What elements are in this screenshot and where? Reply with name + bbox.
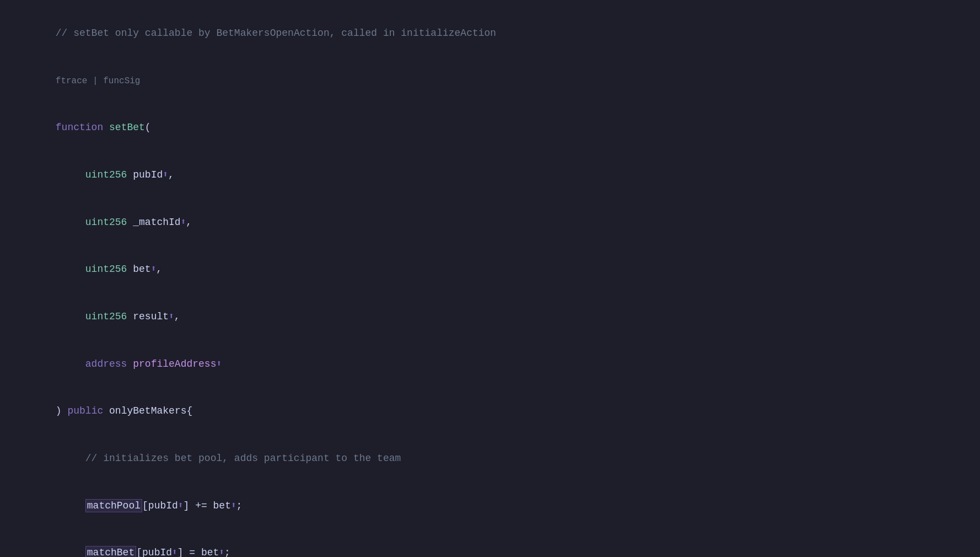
param-matchId: uint256 _matchId⬆, xyxy=(0,199,980,247)
matchBet-line: matchBet[pubId⬆] = bet⬆; xyxy=(0,529,980,557)
matchPool-line: matchPool[pubId⬆] += bet⬆; xyxy=(0,483,980,530)
param-pubId: uint256 pubId⬆, xyxy=(0,152,980,199)
param-profileAddress: address profileAddress⬆ xyxy=(0,341,980,388)
setbet-comment: // setBet only callable by BetMakersOpen… xyxy=(0,10,980,57)
setbet-inner-comment: // initializes bet pool, adds participan… xyxy=(0,435,980,483)
setbet-signature: function setBet( xyxy=(0,104,980,152)
param-bet: uint256 bet⬆, xyxy=(0,246,980,293)
setbet-section: // setBet only callable by BetMakersOpen… xyxy=(0,10,980,557)
ftrace-label-1: ftrace | funcSig xyxy=(0,57,980,105)
code-editor: // setBet only callable by BetMakersOpen… xyxy=(0,6,980,557)
setbet-closing-paren: ) public onlyBetMakers{ xyxy=(0,388,980,435)
param-result: uint256 result⬆, xyxy=(0,293,980,341)
